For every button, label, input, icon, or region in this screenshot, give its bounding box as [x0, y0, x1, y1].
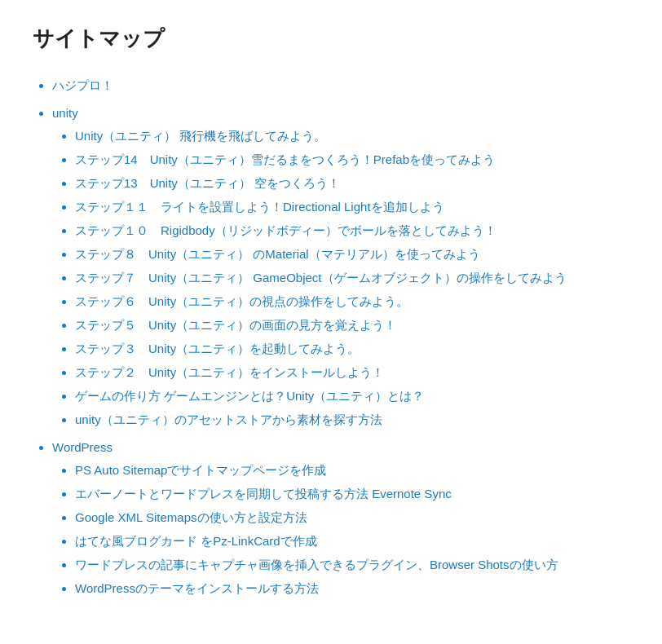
- sitemap-sub-item: ステップ８ Unity（ユニティ） のMaterial（マテリアル）を使ってみよ…: [75, 245, 629, 264]
- sitemap-sub-link[interactable]: はてな風ブログカード をPz-LinkCardで作成: [75, 534, 317, 548]
- sitemap-sub-link[interactable]: WordPressのテーマをインストールする方法: [75, 581, 319, 595]
- sitemap-sub-item: ステップ１１ ライトを設置しよう！Directional Lightを追加しよう: [75, 197, 629, 217]
- sitemap-sub-item: Unity（ユニティ） 飛行機を飛ばしてみよう。: [75, 126, 629, 146]
- sitemap-top-item: WordPressPS Auto Sitemapでサイトマップページを作成エバー…: [52, 438, 629, 598]
- sitemap-sub-item: ステップ５ Unity（ユニティ）の画面の見方を覚えよう！: [75, 315, 629, 335]
- sitemap-sub-link[interactable]: ステップ14 Unity（ユニティ）雪だるまをつくろう！Prefabを使ってみよ…: [75, 152, 495, 166]
- sitemap-sub-link[interactable]: ステップ13 Unity（ユニティ） 空をつくろう！: [75, 176, 340, 190]
- sitemap-sub-item: ステップ７ Unity（ユニティ） GameObject（ゲームオブジェクト）の…: [75, 268, 629, 288]
- sitemap-top-link[interactable]: ハジプロ！: [52, 78, 113, 92]
- sitemap-sub-item: エバーノートとワードプレスを同期して投稿する方法 Evernote Sync: [75, 484, 629, 504]
- sitemap-sub-item: WordPressのテーマをインストールする方法: [75, 579, 629, 598]
- sitemap-sub-item: ステップ13 Unity（ユニティ） 空をつくろう！: [75, 174, 629, 193]
- sitemap-sub-link[interactable]: エバーノートとワードプレスを同期して投稿する方法 Evernote Sync: [75, 487, 452, 501]
- sitemap-list: ハジプロ！unityUnity（ユニティ） 飛行機を飛ばしてみよう。ステップ14…: [33, 76, 629, 598]
- sitemap-sub-link[interactable]: PS Auto Sitemapでサイトマップページを作成: [75, 463, 326, 477]
- sitemap-top-item: ハジプロ！: [52, 76, 629, 95]
- sitemap-sub-item: ステップ６ Unity（ユニティ）の視点の操作をしてみよう。: [75, 292, 629, 311]
- sitemap-sub-link[interactable]: ワードプレスの記事にキャプチャ画像を挿入できるプラグイン、Browser Sho…: [75, 558, 558, 571]
- sitemap-top-item: unityUnity（ユニティ） 飛行機を飛ばしてみよう。ステップ14 Unit…: [52, 104, 629, 430]
- sitemap-sub-list: Unity（ユニティ） 飛行機を飛ばしてみよう。ステップ14 Unity（ユニテ…: [52, 126, 629, 430]
- sitemap-sub-item: ワードプレスの記事にキャプチャ画像を挿入できるプラグイン、Browser Sho…: [75, 555, 629, 575]
- sitemap-sub-link[interactable]: ステップ７ Unity（ユニティ） GameObject（ゲームオブジェクト）の…: [75, 271, 567, 285]
- sitemap-sub-item: ステップ１０ Rigidbody（リジッドボディー）でボールを落としてみよう！: [75, 221, 629, 240]
- sitemap-sub-link[interactable]: Google XML Sitemapsの使い方と設定方法: [75, 510, 307, 524]
- sitemap-sub-link[interactable]: ゲームの作り方 ゲームエンジンとは？Unity（ユニティ）とは？: [75, 389, 424, 403]
- sitemap-top-link[interactable]: unity: [52, 106, 78, 120]
- sitemap-sub-item: PS Auto Sitemapでサイトマップページを作成: [75, 461, 629, 480]
- sitemap-sub-item: ステップ３ Unity（ユニティ）を起動してみよう。: [75, 339, 629, 359]
- sitemap-sub-link[interactable]: ステップ５ Unity（ユニティ）の画面の見方を覚えよう！: [75, 318, 396, 332]
- sitemap-top-link[interactable]: WordPress: [52, 440, 113, 454]
- sitemap-sub-link[interactable]: ステップ１０ Rigidbody（リジッドボディー）でボールを落としてみよう！: [75, 223, 496, 237]
- sitemap-sub-link[interactable]: ステップ３ Unity（ユニティ）を起動してみよう。: [75, 342, 360, 355]
- sitemap-sub-item: Google XML Sitemapsの使い方と設定方法: [75, 508, 629, 527]
- sitemap-sub-link[interactable]: ステップ１１ ライトを設置しよう！Directional Lightを追加しよう: [75, 200, 444, 214]
- sitemap-sub-link[interactable]: ステップ２ Unity（ユニティ）をインストールしよう！: [75, 365, 384, 379]
- sitemap-sub-link[interactable]: unity（ユニティ）のアセットストアから素材を探す方法: [75, 412, 382, 426]
- sitemap-sub-item: はてな風ブログカード をPz-LinkCardで作成: [75, 532, 629, 551]
- sitemap-sub-link[interactable]: Unity（ユニティ） 飛行機を飛ばしてみよう。: [75, 129, 326, 143]
- sitemap-sub-item: ステップ２ Unity（ユニティ）をインストールしよう！: [75, 363, 629, 382]
- sitemap-sub-item: ステップ14 Unity（ユニティ）雪だるまをつくろう！Prefabを使ってみよ…: [75, 150, 629, 170]
- sitemap-sub-item: ゲームの作り方 ゲームエンジンとは？Unity（ユニティ）とは？: [75, 386, 629, 406]
- sitemap-sub-item: unity（ユニティ）のアセットストアから素材を探す方法: [75, 410, 629, 430]
- sitemap-sub-link[interactable]: ステップ８ Unity（ユニティ） のMaterial（マテリアル）を使ってみよ…: [75, 247, 480, 261]
- sitemap-sub-list: PS Auto Sitemapでサイトマップページを作成エバーノートとワードプレ…: [52, 461, 629, 598]
- sitemap-sub-link[interactable]: ステップ６ Unity（ユニティ）の視点の操作をしてみよう。: [75, 294, 408, 308]
- page-title: サイトマップ: [33, 24, 629, 53]
